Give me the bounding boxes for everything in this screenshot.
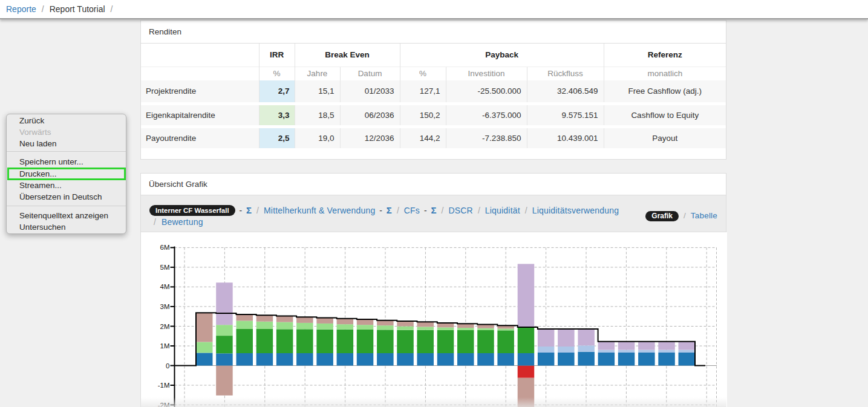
svg-text:1M: 1M xyxy=(160,342,170,350)
svg-text:4M: 4M xyxy=(160,283,170,290)
svg-text:2M: 2M xyxy=(160,323,170,330)
svg-text:6M: 6M xyxy=(160,244,170,251)
svg-text:0: 0 xyxy=(166,362,169,370)
svg-text:5M: 5M xyxy=(160,264,170,271)
svg-text:3M: 3M xyxy=(160,303,170,310)
svg-text:-1M: -1M xyxy=(158,382,170,389)
